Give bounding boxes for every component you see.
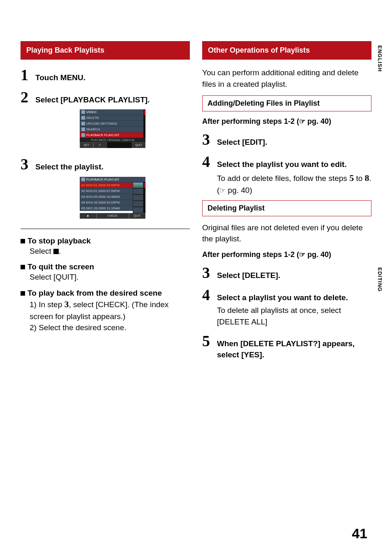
ui-btn-back: ↩: [93, 142, 107, 148]
playlist-icon: [81, 133, 85, 137]
ui-row-label: DELETE: [86, 116, 99, 120]
ui-footer: ▶ CHECK QUIT: [80, 213, 145, 219]
section-label: EDITING: [377, 267, 383, 292]
ui-btn-set: SET: [80, 142, 93, 148]
divider: [21, 229, 190, 229]
step-number: 5: [202, 333, 210, 349]
ui-row-label: UPLOAD SETTINGS: [86, 122, 117, 125]
inline-step-ref: 3: [65, 299, 69, 309]
step-title: Select [EDIT].: [217, 137, 371, 148]
step-5-right: 5 When [DELETE PLAYLIST?] appears, selec…: [202, 333, 371, 360]
thumbnail-strip: [133, 182, 143, 213]
ui-row-label: SEARCH: [86, 127, 100, 131]
step-2: 2 Select [PLAYBACK PLAYLIST]. VIDEO DELE…: [21, 89, 190, 151]
step-number: 3: [202, 132, 210, 147]
playlist-icon: [81, 178, 85, 181]
step-title: When [DELETE PLAYLIST?] appears, select …: [217, 338, 371, 360]
bullet-text: Select: [30, 247, 53, 255]
step-number: 4: [202, 287, 210, 303]
ui-btn-quit: QUIT: [132, 142, 145, 148]
bullet-head: To quit the screen: [28, 262, 94, 271]
ui-header: PLAYBACK PLAYLIST: [86, 178, 120, 181]
ui-header: VIDEO: [86, 110, 97, 114]
bullet-play-from-scene: To play back from the desired scene 1) I…: [21, 289, 190, 333]
step-number: 3: [21, 156, 29, 172]
step-title: Select [DELETE].: [217, 270, 371, 281]
step-title: Touch MENU.: [35, 72, 190, 83]
step-number: 1: [21, 67, 29, 83]
section-bar-playing-back: Playing Back Playlists: [21, 41, 190, 60]
trash-icon: [81, 116, 85, 120]
after-text: pg. 40): [305, 117, 331, 125]
inline-step-ref: 5: [349, 173, 354, 183]
left-column: Playing Back Playlists 1 Touch MENU. 2 S…: [21, 41, 190, 364]
scroll-bar: [143, 109, 145, 138]
square-icon: [21, 239, 25, 243]
step-title: Select the playlist you want to edit.: [217, 159, 371, 170]
menu-screenshot: VIDEO DELETE UPLOAD SETTINGS SEARCH PLAY…: [80, 109, 145, 148]
ui-helper-text: PLAY BACK ORIGINAL VIDEO IN: [80, 138, 145, 142]
ui-btn-play: ▶: [80, 213, 97, 219]
step-4b-right: 4 Select a playlist you want to delete. …: [202, 287, 371, 328]
step-3: 3 Select the playlist. PLAYBACK PLAYLIST…: [21, 156, 190, 221]
bullet-quit-screen: To quit the screen Select [QUIT].: [21, 262, 190, 283]
after-text: After performing steps 1-2 (: [202, 117, 299, 125]
bullet-head: To play back from the desired scene: [28, 289, 162, 297]
square-icon: [21, 291, 25, 296]
hand-icon: ☞: [299, 251, 305, 259]
step-1: 1 Touch MENU.: [21, 67, 190, 83]
step-4-right: 4 Select the playlist you want to edit. …: [202, 154, 371, 196]
step-subtext: To delete all playlists at once, select …: [217, 305, 371, 327]
bullet-text: Select [QUIT].: [30, 271, 190, 283]
step-number: 2: [21, 89, 29, 105]
scroll-bar: [143, 182, 145, 213]
ui-list-item: 04 NOV.20.2009 02:03PM: [81, 201, 120, 204]
ui-btn-check: CHECK: [97, 213, 129, 219]
bullet-text: .: [59, 247, 61, 255]
side-labels: ENGLISH EDITING: [362, 0, 383, 558]
step-number: 3: [202, 265, 210, 280]
page-number: 41: [352, 526, 367, 542]
ui-row-label: PLAYBACK PLAYLIST: [86, 133, 120, 137]
ui-list-item: 03 NOV.05.2009 10:40AM: [81, 195, 120, 199]
bullet-list: To stop playback Select . To quit the sc…: [21, 236, 190, 333]
after-text: After performing steps 1-2 (: [202, 250, 299, 259]
ui-list-item: 01 NOV.01.2009 04:55PM: [81, 183, 120, 187]
after-steps-line: After performing steps 1-2 (☞ pg. 40): [202, 117, 371, 126]
bullet-head: To stop playback: [28, 236, 91, 245]
ui-list-item: 02 NOV.01.2009 07:55PM: [81, 189, 120, 193]
step-3-right: 3 Select [EDIT].: [202, 132, 371, 148]
playlist-screenshot: PLAYBACK PLAYLIST 01 NOV.01.2009 04:55PM…: [80, 177, 145, 219]
after-steps-line: After performing steps 1-2 (☞ pg. 40): [202, 250, 371, 259]
lang-label: ENGLISH: [377, 45, 383, 72]
globe-icon: [81, 122, 85, 125]
search-icon: [81, 127, 85, 131]
step-title: Select the playlist.: [35, 162, 190, 173]
section-bar-other-ops: Other Operations of Playlists: [202, 41, 371, 60]
stop-icon: [53, 249, 59, 254]
bullet-text: 2) Select the desired scene.: [30, 322, 190, 333]
ui-btn-spacer: [107, 142, 132, 148]
after-text: pg. 40): [305, 250, 331, 259]
hand-icon: ☞: [219, 187, 226, 194]
subhead-add-delete: Adding/Deleting Files in Playlist: [202, 95, 371, 111]
step-number: 4: [202, 154, 210, 169]
bullet-text: 1) In step: [30, 300, 65, 309]
ui-list-item: 05 DEC.28.2009 11:15AM: [81, 206, 120, 210]
intro-text: You can perform additional editing and d…: [202, 67, 371, 90]
bullet-stop-playback: To stop playback Select .: [21, 236, 190, 257]
step-subtext: To add or delete files, follow the steps…: [217, 171, 371, 196]
ui-btn-quit: QUIT: [129, 213, 146, 219]
square-icon: [21, 265, 25, 269]
step-3b-right: 3 Select [DELETE].: [202, 265, 371, 281]
video-icon: [81, 110, 85, 114]
step-title: Select [PLAYBACK PLAYLIST].: [35, 95, 190, 106]
subhead-deleting: Deleting Playlist: [202, 200, 371, 216]
ui-footer: SET ↩ QUIT: [80, 142, 145, 148]
right-column: Other Operations of Playlists You can pe…: [202, 41, 371, 364]
step-title: Select a playlist you want to delete.: [217, 292, 371, 303]
para-delete-note: Original files are not deleted even if y…: [202, 222, 371, 245]
hand-icon: ☞: [299, 118, 305, 125]
